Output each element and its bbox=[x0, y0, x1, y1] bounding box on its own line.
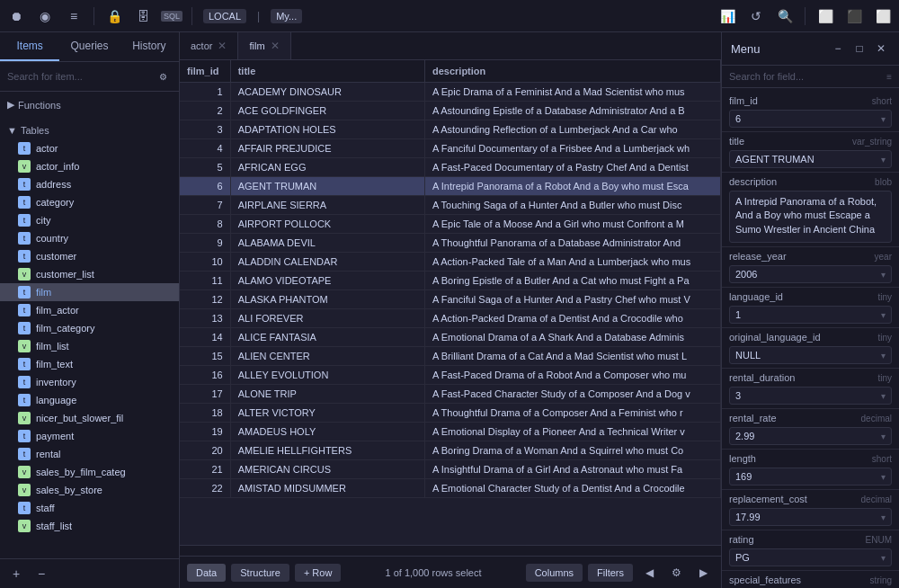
table-row[interactable]: 5 AFRICAN EGG A Fast-Paced Documentary o… bbox=[180, 158, 721, 177]
sidebar-item[interactable]: tfilm_actor bbox=[0, 301, 179, 319]
table-row[interactable]: 9 ALABAMA DEVIL A Thoughtful Panorama of… bbox=[180, 234, 721, 253]
table-row[interactable]: 16 ALLEY EVOLUTION A Fast-Paced Drama of… bbox=[180, 366, 721, 385]
sidebar-item[interactable]: tactor bbox=[0, 139, 179, 157]
table-row[interactable]: 19 AMADEUS HOLY A Emotional Display of a… bbox=[180, 423, 721, 441]
sidebar-item-film[interactable]: tfilm bbox=[0, 283, 179, 301]
sidebar-item[interactable]: vsales_by_store bbox=[0, 481, 179, 499]
sidebar-item-inventory[interactable]: tinventory bbox=[0, 373, 179, 391]
table-row[interactable]: 14 ALICE FANTASIA A Emotional Drama of a… bbox=[180, 328, 721, 347]
sidebar-item[interactable]: tpayment bbox=[0, 427, 179, 445]
search-icon[interactable]: 🔍 bbox=[776, 7, 794, 25]
sidebar-item-country[interactable]: tcountry bbox=[0, 229, 179, 247]
table-row[interactable]: 15 ALIEN CENTER A Brilliant Drama of a C… bbox=[180, 347, 721, 366]
table-row[interactable]: 10 ALADDIN CALENDAR A Action-Packed Tale… bbox=[180, 253, 721, 272]
table-row[interactable]: 20 AMELIE HELLFIGHTERS A Boring Drama of… bbox=[180, 441, 721, 460]
prev-page-button[interactable]: ◀ bbox=[638, 562, 660, 584]
lock-icon[interactable]: 🔒 bbox=[105, 7, 123, 25]
add-row-button[interactable]: + Row bbox=[295, 564, 342, 582]
sidebar-item[interactable]: vsales_by_film_categ bbox=[0, 463, 179, 481]
close-actor-tab[interactable]: ✕ bbox=[218, 40, 227, 52]
field-value-wrap[interactable]: 2.99 ▾ bbox=[729, 427, 892, 445]
col-title-header[interactable]: title bbox=[230, 60, 424, 83]
data-tab-button[interactable]: Data bbox=[187, 564, 226, 582]
functions-header[interactable]: ▶ Functions bbox=[0, 95, 179, 114]
columns-button[interactable]: Columns bbox=[526, 564, 583, 582]
tables-header[interactable]: ▼ Tables bbox=[0, 121, 179, 139]
next-page-button[interactable]: ▶ bbox=[692, 562, 714, 584]
layout-icon[interactable]: ≡ bbox=[65, 7, 83, 25]
chevron-down-icon[interactable]: ▾ bbox=[881, 512, 886, 522]
table-row[interactable]: 3 ADAPTATION HOLES A Astounding Reflecti… bbox=[180, 120, 721, 139]
database-icon[interactable]: 🗄 bbox=[134, 7, 152, 25]
tab-items[interactable]: Items bbox=[0, 32, 59, 61]
filters-button[interactable]: Filters bbox=[588, 564, 633, 582]
horizontal-scrollbar[interactable] bbox=[180, 545, 721, 556]
table-row[interactable]: 8 AIRPORT POLLOCK A Epic Tale of a Moose… bbox=[180, 215, 721, 234]
field-value-wrap[interactable]: 3 ▾ bbox=[729, 387, 892, 405]
sidebar-item[interactable]: tlanguage bbox=[0, 391, 179, 409]
layout3-icon[interactable]: ⬜ bbox=[874, 7, 892, 25]
sidebar-item[interactable]: vactor_info bbox=[0, 157, 179, 175]
table-row[interactable]: 21 AMERICAN CIRCUS A Insightful Drama of… bbox=[180, 460, 721, 479]
field-value-wrap[interactable]: AGENT TRUMAN ▾ bbox=[729, 150, 892, 168]
add-item-button[interactable]: + bbox=[7, 565, 25, 583]
field-search-input[interactable] bbox=[729, 71, 883, 82]
sidebar-item-city[interactable]: tcity bbox=[0, 211, 179, 229]
filter-icon[interactable]: ⚙ bbox=[154, 67, 172, 85]
field-value-wrap[interactable]: 6 ▾ bbox=[729, 110, 892, 128]
minus-item-button[interactable]: − bbox=[32, 565, 50, 583]
chevron-down-icon[interactable]: ▾ bbox=[881, 310, 886, 320]
chevron-down-icon[interactable]: ▾ bbox=[881, 391, 886, 401]
table-row[interactable]: 6 AGENT TRUMAN A Intrepid Panorama of a … bbox=[180, 177, 721, 196]
chevron-down-icon[interactable]: ▾ bbox=[881, 472, 886, 482]
sidebar-item[interactable]: tcustomer bbox=[0, 247, 179, 265]
sidebar-item[interactable]: vnicer_but_slower_fil bbox=[0, 409, 179, 427]
minimize-button[interactable]: − bbox=[829, 40, 847, 58]
record-icon[interactable]: ⏺ bbox=[7, 7, 25, 25]
eye-icon[interactable]: ◉ bbox=[36, 7, 54, 25]
table-row[interactable]: 17 ALONE TRIP A Fast-Paced Character Stu… bbox=[180, 385, 721, 404]
sidebar-item[interactable]: tfilm_text bbox=[0, 355, 179, 373]
sidebar-item[interactable]: tcategory bbox=[0, 193, 179, 211]
table-row[interactable]: 18 ALTER VICTORY A Thoughtful Drama of a… bbox=[180, 404, 721, 423]
table-row[interactable]: 1 ACADEMY DINOSAUR A Epic Drama of a Fem… bbox=[180, 83, 721, 102]
sidebar-item[interactable]: tfilm_category bbox=[0, 319, 179, 337]
chevron-down-icon[interactable]: ▾ bbox=[881, 432, 886, 441]
chevron-down-icon[interactable]: ▾ bbox=[881, 155, 886, 165]
search-input[interactable] bbox=[7, 71, 150, 82]
layout2-icon[interactable]: ⬛ bbox=[845, 7, 863, 25]
sidebar-item[interactable]: tstaff bbox=[0, 499, 179, 517]
structure-tab-button[interactable]: Structure bbox=[231, 564, 289, 582]
field-value-wrap[interactable]: NULL ▾ bbox=[729, 346, 892, 364]
settings-button[interactable]: ⚙ bbox=[665, 562, 687, 584]
tab-film[interactable]: film ✕ bbox=[238, 32, 290, 59]
tab-history[interactable]: History bbox=[120, 32, 179, 61]
refresh-icon[interactable]: ↺ bbox=[747, 7, 765, 25]
table-scroll[interactable]: film_id title description 1 ACADEMY DINO… bbox=[180, 60, 721, 545]
col-film-id-header[interactable]: film_id bbox=[180, 60, 230, 83]
col-desc-header[interactable]: description bbox=[424, 60, 720, 83]
close-film-tab[interactable]: ✕ bbox=[271, 40, 280, 52]
close-button[interactable]: ✕ bbox=[872, 40, 890, 58]
field-value-wrap[interactable]: PG ▾ bbox=[729, 548, 892, 566]
chart-icon[interactable]: 📊 bbox=[718, 7, 736, 25]
chevron-down-icon[interactable]: ▾ bbox=[881, 114, 886, 124]
table-row[interactable]: 13 ALI FOREVER A Action-Packed Drama of … bbox=[180, 309, 721, 328]
field-value-wrap[interactable]: 2006 ▾ bbox=[729, 265, 892, 283]
sidebar-item[interactable]: vfilm_list bbox=[0, 337, 179, 355]
table-row[interactable]: 11 ALAMO VIDEOTAPE A Boring Epistle of a… bbox=[180, 272, 721, 290]
table-row[interactable]: 2 ACE GOLDFINGER A Astounding Epistle of… bbox=[180, 102, 721, 120]
sql-icon[interactable]: SQL bbox=[163, 7, 181, 25]
layout1-icon[interactable]: ⬜ bbox=[816, 7, 834, 25]
sidebar-item[interactable]: trental bbox=[0, 445, 179, 463]
table-row[interactable]: 12 ALASKA PHANTOM A Fanciful Saga of a H… bbox=[180, 290, 721, 309]
tab-actor[interactable]: actor ✕ bbox=[180, 32, 238, 59]
sidebar-item[interactable]: taddress bbox=[0, 175, 179, 193]
search-options-icon[interactable]: ≡ bbox=[886, 72, 892, 82]
chevron-down-icon[interactable]: ▾ bbox=[881, 351, 886, 361]
table-row[interactable]: 7 AIRPLANE SIERRA A Touching Saga of a H… bbox=[180, 196, 721, 215]
table-row[interactable]: 22 AMISTAD MIDSUMMER A Emotional Charact… bbox=[180, 479, 721, 498]
sidebar-item-staff-list[interactable]: vstaff_list bbox=[0, 517, 179, 535]
chevron-down-icon[interactable]: ▾ bbox=[881, 553, 886, 563]
field-multiline-value[interactable]: A Intrepid Panorama of a Robot, And a Bo… bbox=[729, 191, 892, 243]
